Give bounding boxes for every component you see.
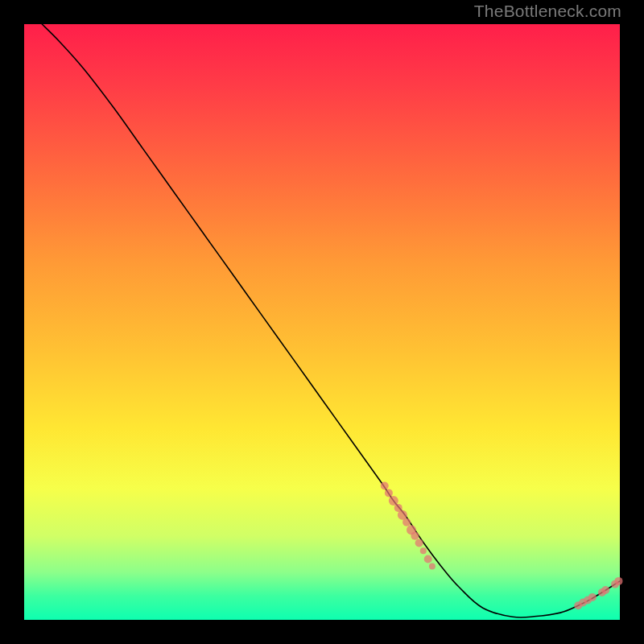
chart-frame: TheBottleneck.com xyxy=(0,0,644,644)
data-point xyxy=(420,547,427,554)
data-point xyxy=(615,577,623,585)
data-point xyxy=(411,532,419,540)
data-point xyxy=(385,489,393,497)
plot-area xyxy=(24,24,620,620)
data-point xyxy=(402,518,411,526)
data-point xyxy=(588,593,597,601)
scatter-dots xyxy=(381,482,623,610)
data-point xyxy=(415,539,423,547)
data-point xyxy=(381,482,389,490)
chart-svg xyxy=(24,24,620,620)
data-point xyxy=(424,555,432,564)
bottleneck-curve xyxy=(42,24,620,617)
data-point xyxy=(429,563,436,569)
data-point xyxy=(601,586,609,594)
watermark-text: TheBottleneck.com xyxy=(474,2,621,21)
